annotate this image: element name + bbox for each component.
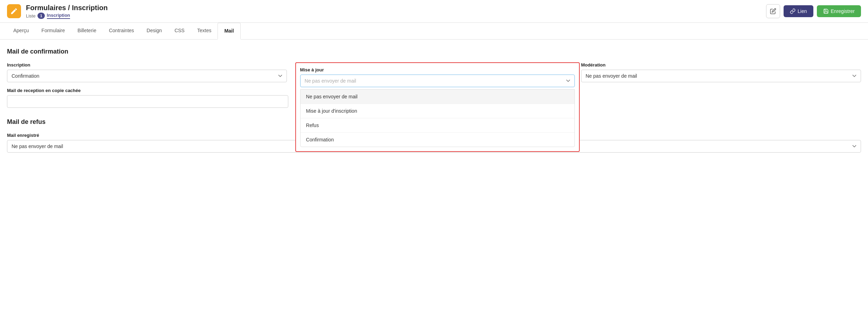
breadcrumb: Liste 1 Inscription — [26, 13, 766, 19]
page-title: Formulaires / Inscription — [26, 4, 766, 12]
header-actions: Lien Enregistrer — [766, 4, 861, 18]
save-icon — [823, 8, 829, 14]
inscription-group: Inscription Confirmation — [7, 62, 287, 82]
main-content: Mail de confirmation Inscription Confirm… — [0, 40, 868, 161]
tab-textes[interactable]: Textes — [191, 23, 218, 40]
title-area: Formulaires / Inscription Liste 1 Inscri… — [26, 4, 766, 19]
tab-formulaire[interactable]: Formulaire — [35, 23, 71, 40]
edit-button[interactable] — [766, 4, 780, 18]
dropdown-option-confirmation[interactable]: Confirmation — [301, 133, 575, 147]
dropdown-option-refus[interactable]: Refus — [301, 118, 575, 133]
tab-css[interactable]: CSS — [168, 23, 191, 40]
tab-apercu[interactable]: Aperçu — [7, 23, 35, 40]
tab-design[interactable]: Design — [140, 23, 168, 40]
inscription-select[interactable]: Confirmation — [7, 70, 287, 82]
tab-billeterie[interactable]: Billeterie — [71, 23, 103, 40]
section1-title: Mail de confirmation — [7, 48, 861, 55]
pencil-icon — [10, 7, 18, 15]
app-icon — [7, 4, 21, 18]
lien-label: Lien — [798, 8, 807, 14]
tab-mail[interactable]: Mail — [218, 23, 240, 40]
tab-contraintes[interactable]: Contraintes — [103, 23, 140, 40]
enregistrer-label: Enregistrer — [831, 8, 855, 14]
moderation-label: Modération — [581, 62, 861, 68]
copie-cachee-group: Mail de reception en copie cachée — [7, 88, 288, 108]
mise-a-jour-dropdown-container: Mise à jour Ne pas envoyer de mail Ne pa… — [295, 62, 580, 152]
dropdown-option-ne-pas[interactable]: Ne pas envoyer de mail — [301, 90, 575, 104]
header: Formulaires / Inscription Liste 1 Inscri… — [0, 0, 868, 23]
dropdown-options-list: Ne pas envoyer de mail Mise à jour d'ins… — [300, 89, 575, 147]
edit-icon — [770, 8, 776, 14]
moderation-group: Modération Ne pas envoyer de mail — [581, 62, 861, 82]
breadcrumb-liste: Liste — [26, 13, 35, 19]
tabs-bar: Aperçu Formulaire Billeterie Contraintes… — [0, 23, 868, 40]
dropdown-option-mise-a-jour[interactable]: Mise à jour d'inscription — [301, 104, 575, 118]
inscription-label: Inscription — [7, 62, 287, 68]
mise-a-jour-label: Mise à jour — [300, 67, 575, 72]
copie-cachee-input[interactable] — [7, 95, 288, 108]
breadcrumb-badge: 1 — [37, 13, 44, 19]
lien-button[interactable]: Lien — [784, 5, 813, 17]
mise-a-jour-selected[interactable]: Ne pas envoyer de mail — [300, 75, 575, 87]
breadcrumb-active: Inscription — [47, 13, 70, 19]
enregistrer-button[interactable]: Enregistrer — [817, 5, 861, 17]
moderation-select[interactable]: Ne pas envoyer de mail — [581, 70, 861, 82]
copie-cachee-label: Mail de reception en copie cachée — [7, 88, 288, 93]
link-icon — [790, 8, 795, 14]
chevron-down-icon — [566, 79, 570, 83]
